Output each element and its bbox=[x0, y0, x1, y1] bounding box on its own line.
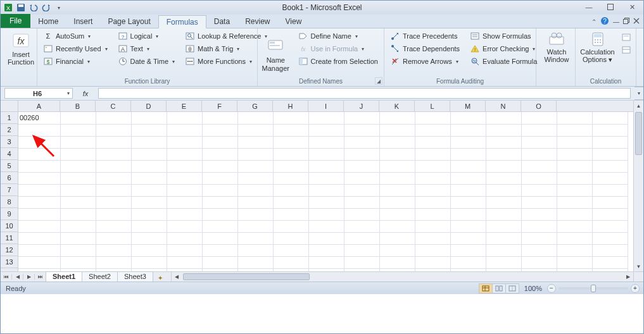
row-header[interactable]: 8 bbox=[1, 196, 18, 208]
sheet-tab-2[interactable]: Sheet2 bbox=[82, 271, 118, 281]
column-header[interactable]: E bbox=[167, 101, 202, 111]
row-header[interactable]: 12 bbox=[1, 244, 18, 256]
column-header[interactable]: J bbox=[344, 101, 379, 111]
vertical-scrollbar[interactable]: ▲ ▼ bbox=[633, 101, 643, 271]
view-page-layout-icon[interactable] bbox=[492, 283, 506, 294]
math-trig-button[interactable]: θMath & Trig▾ bbox=[183, 43, 269, 54]
calc-now-icon[interactable] bbox=[622, 33, 632, 43]
row-header[interactable]: 6 bbox=[1, 172, 18, 184]
row-header[interactable]: 4 bbox=[1, 148, 18, 160]
financial-button[interactable]: $Financial▾ bbox=[41, 56, 110, 67]
save-icon[interactable] bbox=[16, 3, 26, 13]
column-header[interactable]: O bbox=[521, 101, 557, 111]
column-header[interactable]: K bbox=[379, 101, 415, 111]
row-header[interactable]: 9 bbox=[1, 208, 18, 220]
evaluate-formula-button[interactable]: fxEvaluate Formula bbox=[468, 56, 539, 67]
insert-worksheet-icon[interactable]: ✦ bbox=[153, 275, 167, 281]
row-header[interactable]: 7 bbox=[1, 184, 18, 196]
column-header[interactable]: B bbox=[60, 101, 96, 111]
show-formulas-button[interactable]: Show Formulas bbox=[468, 30, 539, 42]
mdi-minimize-icon[interactable]: — bbox=[613, 18, 619, 25]
mdi-restore-icon[interactable] bbox=[623, 18, 629, 25]
tab-file[interactable]: File bbox=[1, 14, 30, 28]
qat-customize-icon[interactable]: ▾ bbox=[54, 3, 64, 13]
row-header[interactable]: 1 bbox=[1, 112, 18, 124]
zoom-track[interactable] bbox=[559, 287, 628, 290]
tab-page-layout[interactable]: Page Layout bbox=[100, 15, 158, 28]
horizontal-scrollbar[interactable]: ◀ ▶ bbox=[171, 272, 643, 281]
sheet-nav-last[interactable]: ⏭ bbox=[35, 274, 46, 280]
select-all-corner[interactable] bbox=[1, 101, 18, 112]
logical-button[interactable]: ?Logical▾ bbox=[116, 30, 177, 42]
row-header[interactable]: 11 bbox=[1, 232, 18, 244]
view-normal-icon[interactable] bbox=[479, 283, 493, 294]
recently-used-button[interactable]: Recently Used▾ bbox=[41, 43, 110, 54]
close-button[interactable]: ✕ bbox=[624, 2, 640, 12]
row-header[interactable]: 10 bbox=[1, 220, 18, 232]
row-header[interactable]: 3 bbox=[1, 136, 18, 148]
tab-review[interactable]: Review bbox=[237, 15, 277, 28]
text-button[interactable]: AText▾ bbox=[116, 43, 177, 54]
redo-icon[interactable] bbox=[41, 3, 51, 13]
tab-home[interactable]: Home bbox=[30, 15, 66, 28]
column-header[interactable]: F bbox=[202, 101, 237, 111]
date-time-button[interactable]: Date & Time▾ bbox=[116, 56, 177, 67]
scroll-down-icon[interactable]: ▼ bbox=[634, 261, 643, 271]
calculation-options-button[interactable]: CalculationOptions ▾ bbox=[579, 30, 616, 63]
chevron-down-icon[interactable]: ▾ bbox=[67, 90, 70, 96]
ribbon-minimize-icon[interactable]: ⌃ bbox=[591, 18, 597, 25]
formula-bar-expand[interactable]: ▾ bbox=[635, 87, 643, 100]
column-header[interactable]: H bbox=[273, 101, 308, 111]
undo-icon[interactable] bbox=[28, 3, 39, 13]
fx-label[interactable]: fx bbox=[83, 90, 89, 97]
sheet-nav-first[interactable]: ⏮ bbox=[1, 274, 12, 280]
column-header[interactable]: N bbox=[486, 101, 521, 111]
zoom-in-button[interactable]: + bbox=[631, 284, 640, 293]
error-checking-button[interactable]: !Error Checking▾ bbox=[468, 43, 539, 54]
mdi-close-icon[interactable] bbox=[633, 18, 640, 25]
minimize-button[interactable]: — bbox=[581, 2, 597, 12]
zoom-level[interactable]: 100% bbox=[524, 285, 542, 292]
column-header[interactable]: G bbox=[237, 101, 273, 111]
defined-names-launcher[interactable]: ◢ bbox=[375, 77, 382, 85]
insert-function-button[interactable]: fx InsertFunction bbox=[4, 30, 37, 66]
row-header[interactable]: 2 bbox=[1, 124, 18, 136]
tab-view[interactable]: View bbox=[278, 15, 310, 28]
column-header[interactable]: C bbox=[96, 101, 131, 111]
maximize-button[interactable] bbox=[603, 2, 618, 12]
scroll-up-icon[interactable]: ▲ bbox=[634, 101, 643, 111]
cell-a1[interactable]: 00260 bbox=[18, 112, 60, 124]
tab-insert[interactable]: Insert bbox=[66, 15, 100, 28]
tab-data[interactable]: Data bbox=[206, 15, 237, 28]
sheet-tab-3[interactable]: Sheet3 bbox=[117, 271, 153, 281]
help-icon[interactable]: ? bbox=[600, 16, 609, 27]
sheet-tab-1[interactable]: Sheet1 bbox=[46, 271, 82, 281]
trace-precedents-button[interactable]: Trace Precedents bbox=[388, 30, 462, 42]
calc-sheet-icon[interactable] bbox=[622, 46, 632, 56]
scroll-left-icon[interactable]: ◀ bbox=[172, 272, 182, 281]
hscroll-split[interactable] bbox=[633, 272, 643, 281]
scroll-thumb[interactable] bbox=[635, 112, 642, 155]
autosum-button[interactable]: ΣAutoSum▾ bbox=[41, 30, 110, 42]
name-box[interactable]: H6 ▾ bbox=[4, 88, 73, 99]
cells[interactable]: 00260 bbox=[18, 112, 633, 271]
watch-window-button[interactable]: WatchWindow bbox=[540, 30, 573, 63]
column-header[interactable]: D bbox=[131, 101, 167, 111]
view-page-break-icon[interactable] bbox=[505, 283, 519, 294]
remove-arrows-button[interactable]: Remove Arrows▾ bbox=[388, 56, 462, 67]
sheet-nav-prev[interactable]: ◀ bbox=[12, 274, 23, 280]
tab-formulas[interactable]: Formulas bbox=[158, 15, 206, 28]
name-manager-button[interactable]: NameManager bbox=[262, 30, 290, 78]
row-header[interactable]: 5 bbox=[1, 160, 18, 172]
column-header[interactable]: L bbox=[415, 101, 450, 111]
column-header[interactable]: A bbox=[18, 101, 60, 111]
column-header[interactable]: I bbox=[308, 101, 344, 111]
sheet-nav-next[interactable]: ▶ bbox=[23, 274, 35, 280]
zoom-out-button[interactable]: − bbox=[547, 284, 556, 293]
row-header[interactable]: 13 bbox=[1, 256, 18, 268]
define-name-button[interactable]: Define Name▾ bbox=[296, 30, 380, 42]
scroll-thumb[interactable] bbox=[183, 273, 310, 280]
scroll-right-icon[interactable]: ▶ bbox=[623, 272, 633, 281]
zoom-knob[interactable] bbox=[591, 285, 596, 292]
trace-dependents-button[interactable]: Trace Dependents bbox=[388, 43, 462, 54]
